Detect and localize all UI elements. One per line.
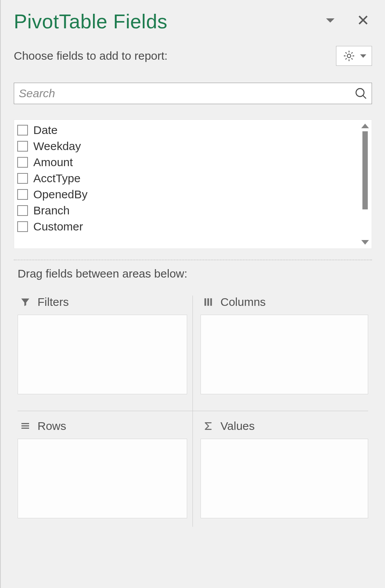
field-label: Weekday (33, 140, 81, 153)
rows-area: Rows (18, 411, 193, 527)
close-button[interactable]: ✕ (357, 13, 370, 28)
drag-instruction-label: Drag fields between areas below: (18, 267, 372, 280)
field-checkbox[interactable] (17, 141, 28, 152)
panel-header: PivotTable Fields ✕ (14, 8, 372, 33)
search-icon (354, 87, 368, 100)
filters-dropzone[interactable] (18, 315, 187, 394)
section-separator (14, 260, 372, 260)
field-checkbox[interactable] (17, 189, 28, 200)
values-area: Values (193, 411, 368, 527)
rows-title: Rows (38, 420, 66, 433)
svg-rect-8 (21, 428, 29, 429)
columns-area: Columns (193, 296, 368, 411)
svg-rect-6 (21, 423, 29, 424)
values-header: Values (201, 420, 368, 439)
field-checkbox[interactable] (17, 205, 28, 216)
search-box[interactable] (14, 83, 372, 104)
svg-point-1 (356, 88, 364, 96)
pivottable-fields-panel: PivotTable Fields ✕ Choose fields to add… (1, 0, 385, 538)
field-checkbox[interactable] (17, 157, 28, 168)
field-label: AcctType (33, 172, 80, 185)
columns-dropzone[interactable] (201, 315, 368, 394)
scroll-track[interactable] (362, 131, 368, 237)
field-item[interactable]: Customer (16, 219, 356, 233)
filters-area: Filters (18, 296, 193, 411)
svg-rect-3 (204, 298, 206, 306)
columns-title: Columns (220, 296, 266, 309)
field-label: Date (33, 124, 57, 137)
field-label: Branch (33, 204, 70, 217)
subhead-row: Choose fields to add to report: (14, 46, 372, 66)
panel-title: PivotTable Fields (14, 10, 168, 33)
areas-grid: Filters Columns (14, 296, 372, 527)
field-item[interactable]: Branch (16, 203, 356, 219)
field-label: Amount (33, 156, 73, 169)
svg-rect-4 (207, 298, 209, 306)
rows-header: Rows (18, 420, 187, 439)
values-title: Values (220, 420, 255, 433)
columns-icon (202, 297, 214, 307)
rows-dropzone[interactable] (18, 439, 187, 518)
scroll-thumb[interactable] (362, 131, 368, 209)
choose-fields-label: Choose fields to add to report: (14, 49, 168, 62)
svg-point-0 (347, 54, 351, 57)
search-input[interactable] (17, 85, 354, 102)
columns-header: Columns (201, 296, 368, 315)
values-dropzone[interactable] (201, 439, 368, 518)
field-item[interactable]: Amount (16, 154, 356, 170)
panel-options-dropdown-icon[interactable] (326, 18, 334, 23)
field-item[interactable]: Date (16, 122, 356, 138)
header-controls: ✕ (326, 13, 372, 28)
filters-title: Filters (38, 296, 69, 309)
svg-line-2 (363, 95, 366, 98)
tools-button[interactable] (336, 46, 372, 66)
field-item[interactable]: OpenedBy (16, 186, 356, 203)
sigma-icon (202, 421, 214, 431)
fields-scrollbar[interactable] (359, 120, 372, 248)
field-checkbox[interactable] (17, 221, 28, 232)
svg-rect-7 (21, 425, 29, 426)
field-checkbox[interactable] (17, 125, 28, 136)
scroll-up-icon[interactable] (361, 124, 369, 128)
field-item[interactable]: Weekday (16, 138, 356, 154)
filters-header: Filters (18, 296, 187, 315)
chevron-down-icon (360, 54, 366, 58)
gear-icon (343, 49, 356, 62)
svg-rect-5 (210, 298, 212, 306)
field-label: Customer (33, 220, 83, 233)
field-item[interactable]: AcctType (16, 170, 356, 186)
field-label: OpenedBy (33, 188, 88, 201)
scroll-down-icon[interactable] (361, 240, 369, 245)
filter-icon (19, 297, 31, 307)
fields-list[interactable]: DateWeekdayAmountAcctTypeOpenedByBranchC… (14, 120, 359, 248)
rows-icon (19, 421, 31, 431)
field-checkbox[interactable] (17, 173, 28, 184)
fields-list-box: DateWeekdayAmountAcctTypeOpenedByBranchC… (14, 119, 372, 249)
